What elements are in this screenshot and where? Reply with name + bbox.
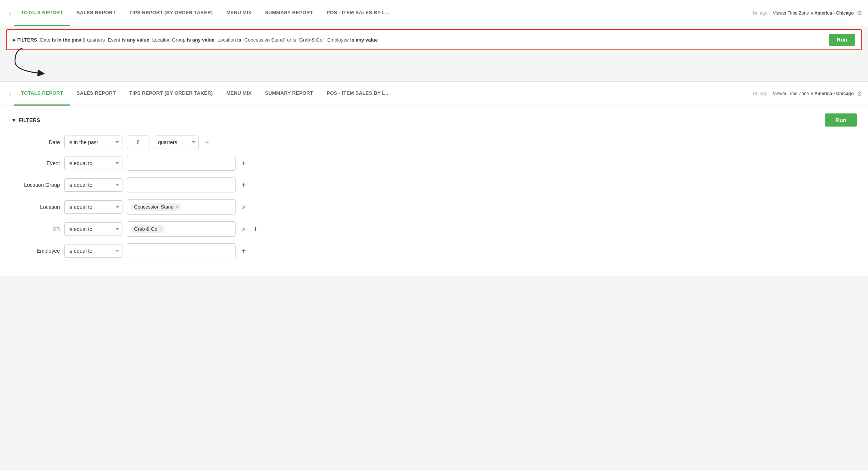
run-button-top[interactable]: Run [829,34,855,46]
filter-pill-date: Date is in the past 8 quarters [40,37,105,43]
filter-pill-event: Event is any value [108,37,149,43]
top-tz-row: 5m ago · Viewer Time Zone ∨America - Chi… [752,9,862,16]
filter-row-location: Location is equal to is any value is not… [11,199,857,215]
inner-prev-tab-button[interactable]: ‹ [6,90,14,98]
inner-tz-link[interactable]: Viewer Time Zone ∨America - Chicago [773,91,854,96]
filter-row-location-or: OR is equal to is any value is not equal… [11,221,857,237]
filter-employee-add-button[interactable]: + [240,247,248,255]
main-content: ‹ TOTALS REPORT SALES REPORT TIPS REPORT… [0,81,868,276]
top-gear-icon[interactable]: ⚙ [857,9,862,16]
tab-menu-mix-inner[interactable]: MENU MIX [219,82,258,106]
filters-bar-title: FILTERS [17,37,37,43]
tab-totals-report-top[interactable]: TOTALS REPORT [14,0,70,26]
tab-sales-report-inner[interactable]: SALES REPORT [70,82,122,106]
inner-top-bar: ‹ TOTALS REPORT SALES REPORT TIPS REPORT… [0,82,868,106]
inner-gear-icon[interactable]: ⚙ [857,90,862,97]
top-tz-link[interactable]: Viewer Time Zone ∨America - Chicago [773,10,854,16]
filter-location-or-condition-select[interactable]: is equal to is any value is not equal to [64,222,122,236]
filter-row-event: Event is equal to is any value is not eq… [11,156,857,171]
filter-date-number-input[interactable] [127,136,149,149]
filters-caret-icon: ▼ [11,117,16,123]
filters-summary-bar: ▶ FILTERS Date is in the past 8 quarters… [6,29,862,50]
inner-tabs: TOTALS REPORT SALES REPORT TIPS REPORT (… [14,82,752,106]
filter-label-employee: Employee [11,248,60,254]
filter-row-location-group: Location Group is equal to is any value … [11,177,857,192]
filter-location-tag-grab-go-remove[interactable]: × [159,227,162,232]
filter-location-condition-select[interactable]: is equal to is any value is not equal to [64,200,122,214]
inner-tz-row: 1m ago · Viewer Time Zone ∨America - Chi… [752,90,862,97]
filters-toggle[interactable]: ▼ FILTERS [11,117,40,123]
filter-location-group-value-input[interactable] [127,177,236,192]
filter-location-tag-concession-remove[interactable]: × [176,204,178,210]
filters-arrow-icon: ▶ [13,38,16,42]
filter-location-value-input[interactable]: Concession Stand × [127,199,236,215]
filter-pill-location: Location is "Concession Stand" or is "Gr… [218,37,324,43]
inner-right-area: 1m ago · Viewer Time Zone ∨America - Chi… [752,87,862,100]
run-button-main[interactable]: Run [825,113,857,127]
filter-employee-value-input[interactable] [127,243,236,258]
filter-row-employee: Employee is equal to is any value is not… [11,243,857,258]
prev-tab-button[interactable]: ‹ [6,9,14,17]
tab-pos-top[interactable]: POS - ITEM SALES BY L… [320,0,397,26]
filter-location-group-condition-select[interactable]: is equal to is any value is not equal to [64,178,122,192]
filter-location-remove-button[interactable]: × [240,203,248,211]
filters-header: ▼ FILTERS Run [11,113,857,127]
top-time-ago: 5m ago · [752,10,770,16]
filters-title-label: FILTERS [19,117,40,123]
top-right-area: 5m ago · Viewer Time Zone ∨America - Chi… [752,6,862,19]
filter-location-or-value-input[interactable]: Grab & Go × [127,221,236,237]
tab-summary-report-top[interactable]: SUMMARY REPORT [258,0,320,26]
inner-time-ago: 1m ago · [752,91,770,96]
tab-tips-report-top[interactable]: TIPS REPORT (BY ORDER TAKER) [122,0,219,26]
tab-menu-mix-top[interactable]: MENU MIX [219,0,258,26]
filters-section: ▼ FILTERS Run Date is in the past is equ… [0,106,868,276]
annotation-area [0,53,868,81]
filter-location-group-add-button[interactable]: + [240,181,248,189]
filter-event-condition-select[interactable]: is equal to is any value is not equal to [64,157,122,170]
filters-bar-toggle[interactable]: ▶ FILTERS [13,37,37,43]
filter-pill-location-group: Location Group is any value [152,37,214,43]
arrow-annotation [11,46,71,76]
filter-date-unit-select[interactable]: quarters days weeks months years [154,136,199,149]
filter-row-date: Date is in the past is equal to is befor… [11,136,857,149]
top-bar: ‹ TOTALS REPORT SALES REPORT TIPS REPORT… [0,0,868,26]
filter-pill-employee: Employee is any value [327,37,378,43]
filter-location-or-remove-button[interactable]: × [240,225,248,233]
tab-summary-report-inner[interactable]: SUMMARY REPORT [258,82,320,106]
filter-location-tag-grab-go: Grab & Go × [131,225,165,233]
filter-event-add-button[interactable]: + [240,159,248,167]
filter-employee-condition-select[interactable]: is equal to is any value is not equal to [64,244,122,258]
filter-date-add-button[interactable]: + [203,139,211,146]
filter-label-event: Event [11,160,60,166]
filter-label-or: OR [11,226,60,232]
tab-sales-report-top[interactable]: SALES REPORT [70,0,122,26]
filter-label-location: Location [11,204,60,210]
filter-location-tag-concession: Concession Stand × [131,203,181,211]
filter-label-date: Date [11,139,60,145]
filter-label-location-group: Location Group [11,182,60,188]
filter-location-or-add-button[interactable]: + [252,225,260,233]
tab-pos-inner[interactable]: POS - ITEM SALES BY L… [320,82,397,106]
tab-totals-report-inner[interactable]: TOTALS REPORT [14,82,70,106]
filter-date-condition-select[interactable]: is in the past is equal to is before is … [64,136,122,149]
tab-tips-report-inner[interactable]: TIPS REPORT (BY ORDER TAKER) [122,82,219,106]
filter-event-value-input[interactable] [127,156,236,171]
top-tabs: TOTALS REPORT SALES REPORT TIPS REPORT (… [14,0,752,26]
